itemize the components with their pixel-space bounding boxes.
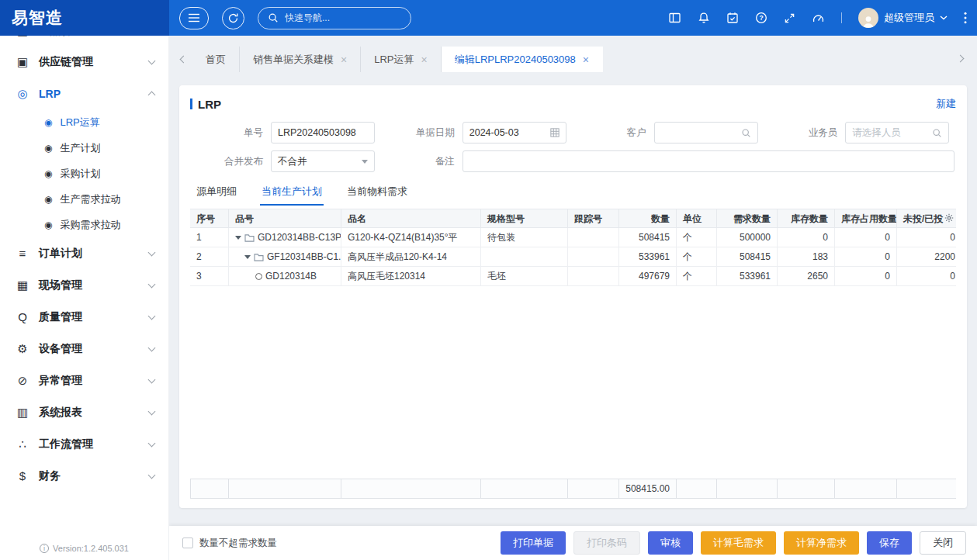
salesman-label: 业务员 <box>764 126 845 140</box>
dashboard-gauge-icon[interactable] <box>812 12 825 24</box>
bell-icon[interactable] <box>698 12 710 24</box>
title-accent-bar <box>190 99 192 109</box>
tab-current-production-plan[interactable]: 当前生产计划 <box>260 182 324 206</box>
system-reports-icon: ▥ <box>16 406 29 420</box>
caret-down-icon[interactable] <box>235 236 241 240</box>
sidebar-item-lrp[interactable]: ◎ LRP <box>0 78 168 109</box>
sidebar-item-quality-mgmt[interactable]: Q 质量管理 <box>0 301 168 333</box>
tab-lrp-calc[interactable]: LRP运算 × <box>361 47 441 72</box>
customer-label: 客户 <box>573 126 654 140</box>
menu-toggle-button[interactable] <box>179 7 209 29</box>
close-icon[interactable]: × <box>583 54 589 65</box>
bullet-icon: ◉ <box>44 220 52 230</box>
table-row[interactable]: 2 GF120314BB-C1... 高风压半成品120-K4-14 53396… <box>190 247 956 267</box>
sidebar-item-purchase-plan[interactable]: ◉ 采购计划 <box>0 161 168 186</box>
search-icon[interactable] <box>741 128 751 138</box>
sidebar-item-product-mgmt[interactable]: ▤ 产品管理 <box>0 36 168 46</box>
leaf-node-icon <box>255 273 262 280</box>
layout-panel-icon[interactable] <box>668 12 681 24</box>
customer-field-wrap <box>654 122 758 143</box>
doc-date-field-wrap <box>463 122 566 143</box>
audit-button[interactable]: 审核 <box>648 531 693 555</box>
table-row[interactable]: 3 GD120314B 高风压毛坯120314 毛坯 497679 个 5339… <box>190 267 956 286</box>
help-icon[interactable]: ? <box>755 12 767 24</box>
column-settings-icon[interactable] <box>944 213 954 223</box>
search-icon[interactable] <box>932 128 942 138</box>
page-tabbar: 首页 销售单据关系建模 × LRP运算 × 编辑LRPLRP2024050309… <box>169 47 977 72</box>
doc-date-field[interactable] <box>469 127 547 138</box>
svg-text:?: ? <box>759 14 763 22</box>
production-plan-table: 序号 品号 品名 规格型号 跟踪号 数量 单位 需求数量 库存数量 库存占用数量… <box>190 209 956 499</box>
print-barcode-button[interactable]: 打印条码 <box>573 531 640 555</box>
chevron-down-icon <box>148 248 156 256</box>
print-document-button[interactable]: 打印单据 <box>501 531 566 555</box>
sidebar-item-supply-chain[interactable]: ▣ 供应链管理 <box>0 46 168 78</box>
salesman-field[interactable] <box>852 127 929 138</box>
chevron-down-icon <box>148 407 156 415</box>
sidebar-item-partial-wrap: ▤ 产品管理 <box>0 36 168 46</box>
table-row[interactable]: 1 GD120314BB-C13P... G120-K4-QZ14(B14)35… <box>190 228 956 247</box>
site-mgmt-icon: ▦ <box>16 278 29 292</box>
search-icon <box>268 12 279 23</box>
doc-no-field-wrap <box>271 122 375 143</box>
item-no-cell[interactable]: GD120314B <box>229 267 341 286</box>
content-area: 首页 销售单据关系建模 × LRP运算 × 编辑LRPLRP2024050309… <box>169 36 977 560</box>
user-menu[interactable]: 超级管理员 <box>858 8 948 28</box>
tab-source-detail[interactable]: 源单明细 <box>195 182 238 206</box>
fullscreen-icon[interactable] <box>784 12 795 24</box>
doc-no-field[interactable] <box>278 127 368 138</box>
sidebar-item-finance[interactable]: $ 财务 <box>0 460 168 492</box>
sidebar-item-production-plan[interactable]: ◉ 生产计划 <box>0 135 168 161</box>
customer-field[interactable] <box>661 127 738 138</box>
new-button[interactable]: 新建 <box>936 97 956 111</box>
qty-limit-checkbox[interactable] <box>182 538 193 548</box>
refresh-button[interactable] <box>222 7 244 29</box>
more-menu-icon[interactable] <box>964 12 967 24</box>
quick-search-input[interactable] <box>285 12 401 23</box>
tab-sales-doc-modeling[interactable]: 销售单据关系建模 × <box>240 47 361 72</box>
sidebar-item-purchase-demand-pull[interactable]: ◉ 采购需求拉动 <box>0 212 168 237</box>
item-no-cell[interactable]: GF120314BB-C1... <box>229 247 341 267</box>
sidebar-item-equipment-mgmt[interactable]: ⚙ 设备管理 <box>0 333 168 365</box>
chevron-up-icon <box>148 92 156 99</box>
salesman-field-wrap <box>845 122 949 143</box>
tab-current-material-demand[interactable]: 当前物料需求 <box>345 182 409 206</box>
bullet-icon: ◉ <box>44 118 52 127</box>
app-logo: 易智造 <box>0 0 169 36</box>
tab-edit-lrp[interactable]: 编辑LRPLRP20240503098 × <box>442 47 603 72</box>
close-icon[interactable]: × <box>341 54 347 65</box>
lrp-edit-panel: LRP 新建 单号 单据日期 客户 <box>179 85 967 508</box>
item-no-cell[interactable]: GD120314BB-C13P... <box>229 228 341 247</box>
tabs-scroll-right[interactable] <box>951 47 969 72</box>
topbar: 易智造 ? 超级管理员 <box>0 0 977 36</box>
chevron-down-icon <box>148 471 156 479</box>
close-button[interactable]: 关闭 <box>920 531 966 555</box>
sidebar-item-system-reports[interactable]: ▥ 系统报表 <box>0 396 168 428</box>
calendar-icon[interactable] <box>726 12 739 24</box>
tab-home[interactable]: 首页 <box>192 47 240 72</box>
remark-field-wrap <box>463 150 954 172</box>
avatar <box>858 8 878 28</box>
sidebar-item-lrp-calc[interactable]: ◉ LRP运算 <box>0 109 168 135</box>
calc-net-demand-button[interactable]: 计算净需求 <box>784 531 859 555</box>
remark-field[interactable] <box>469 156 948 167</box>
product-mgmt-icon: ▤ <box>16 36 29 38</box>
detail-tabs: 源单明细 当前生产计划 当前物料需求 <box>190 182 956 206</box>
save-button[interactable]: 保存 <box>867 531 912 555</box>
sidebar-item-production-demand-pull[interactable]: ◉ 生产需求拉动 <box>0 186 168 212</box>
calc-gross-demand-button[interactable]: 计算毛需求 <box>701 531 776 555</box>
calendar-grid-icon[interactable] <box>550 128 560 137</box>
user-name: 超级管理员 <box>884 11 934 25</box>
sidebar-item-exception-mgmt[interactable]: ⊘ 异常管理 <box>0 365 168 396</box>
order-plan-icon: ≡ <box>16 247 29 260</box>
merge-release-select[interactable]: 不合并 <box>271 150 375 172</box>
caret-down-icon[interactable] <box>244 255 251 259</box>
sidebar-item-workflow-mgmt[interactable]: ∴ 工作流管理 <box>0 428 168 460</box>
tabs-scroll-left[interactable] <box>174 47 192 72</box>
quick-search[interactable] <box>258 7 411 29</box>
close-icon[interactable]: × <box>421 54 427 65</box>
sidebar-item-site-mgmt[interactable]: ▦ 现场管理 <box>0 269 168 301</box>
merge-release-label: 合并发布 <box>190 155 271 168</box>
sidebar-item-order-plan[interactable]: ≡ 订单计划 <box>0 237 168 269</box>
chevron-right-icon <box>956 54 964 62</box>
